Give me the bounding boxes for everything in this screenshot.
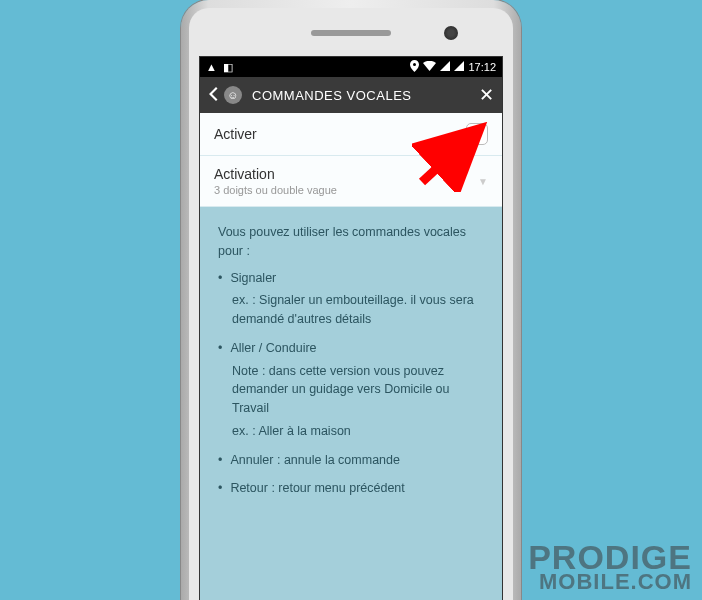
- watermark-line1: PRODIGE: [528, 542, 692, 573]
- notification-icon: ◧: [223, 61, 233, 74]
- status-bar: ▲ ◧ 17:12: [200, 57, 502, 77]
- row-activation[interactable]: Activation 3 doigts ou double vague ▼: [200, 156, 502, 207]
- row-activation-subtitle: 3 doigts ou double vague: [214, 184, 337, 196]
- info-panel: Vous pouvez utiliser les commandes vocal…: [200, 207, 502, 524]
- phone-frame: ▲ ◧ 17:12: [181, 0, 521, 600]
- vlc-icon: ▲: [206, 61, 217, 73]
- front-camera: [444, 26, 458, 40]
- row-activation-label: Activation: [214, 166, 275, 182]
- settings-list: Activer Activation 3 doigts ou double va…: [200, 113, 502, 207]
- row-activate[interactable]: Activer: [200, 113, 502, 156]
- speaker-grille: [311, 30, 391, 36]
- app-logo-icon: ☺: [224, 86, 242, 104]
- close-icon[interactable]: ✕: [479, 84, 495, 106]
- signal-icon: [454, 61, 464, 73]
- back-icon[interactable]: [208, 87, 218, 104]
- list-item: Retour : retour menu précédent: [218, 479, 484, 498]
- page-title: COMMANDES VOCALES: [252, 88, 411, 103]
- list-item: Aller / Conduire Note : dans cette versi…: [218, 339, 484, 441]
- row-activate-label: Activer: [214, 126, 257, 142]
- list-item: Annuler : annule la commande: [218, 451, 484, 470]
- wifi-icon: [423, 61, 436, 73]
- activate-checkbox[interactable]: [466, 123, 488, 145]
- chevron-down-icon: ▼: [478, 176, 488, 187]
- status-time: 17:12: [468, 61, 496, 73]
- list-item: Signaler ex. : Signaler un embouteillage…: [218, 269, 484, 329]
- watermark-line2: MOBILE.COM: [528, 572, 692, 592]
- signal-icon: [440, 61, 450, 73]
- info-intro: Vous pouvez utiliser les commandes vocal…: [218, 223, 484, 261]
- location-icon: [410, 60, 419, 74]
- screen: ▲ ◧ 17:12: [199, 56, 503, 600]
- watermark: PRODIGE MOBILE.COM: [528, 542, 692, 592]
- app-header: ☺ COMMANDES VOCALES ✕: [200, 77, 502, 113]
- phone-body: ▲ ◧ 17:12: [189, 8, 513, 600]
- info-list: Signaler ex. : Signaler un embouteillage…: [218, 269, 484, 499]
